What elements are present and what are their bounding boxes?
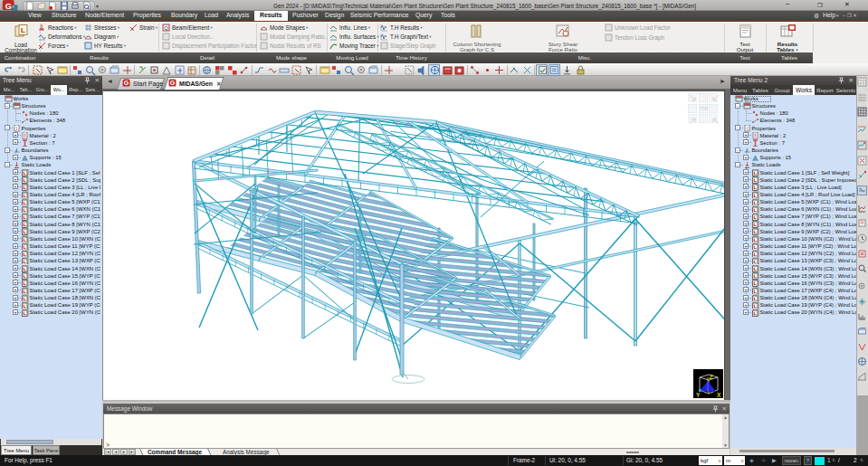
- svg-text:X: X: [717, 392, 721, 398]
- svg-text:Y: Y: [696, 392, 701, 398]
- svg-text:Q: Q: [164, 25, 168, 31]
- svg-text:Z: Z: [710, 374, 713, 380]
- svg-text:G: G: [170, 80, 176, 86]
- svg-text:G: G: [5, 2, 12, 11]
- svg-text:G: G: [124, 80, 129, 86]
- svg-text:L: L: [21, 26, 25, 34]
